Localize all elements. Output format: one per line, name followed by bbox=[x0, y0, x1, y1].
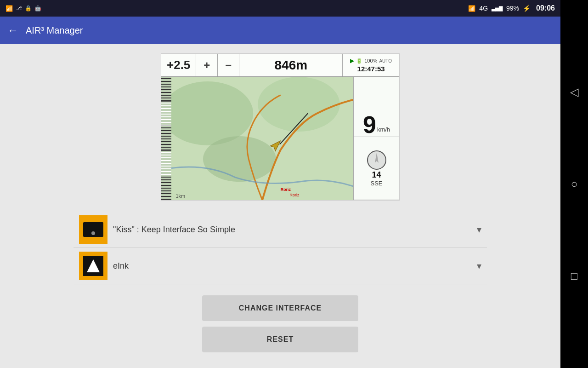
wifi-icon: 📶 bbox=[6, 5, 13, 12]
options-container: "Kiss" : Keep Interface So Simple ▾ eInk… bbox=[74, 212, 487, 284]
nav-bar: ◁ ○ □ bbox=[560, 0, 588, 368]
map-header: +2.5 + − 846m ▶ 🔋 100% AUTO 12:47:53 bbox=[161, 54, 399, 77]
eink-chevron-icon: ▾ bbox=[477, 260, 481, 271]
android-icon: 🤖 bbox=[34, 5, 41, 12]
map-right-panel: 9 km/h 14 SSE bbox=[353, 77, 399, 200]
back-button[interactable]: ← bbox=[7, 24, 18, 37]
map-status-icons: ▶ 🔋 100% AUTO bbox=[350, 58, 392, 64]
scale-bar bbox=[161, 77, 171, 200]
lock-icon: 🔒 bbox=[25, 5, 32, 12]
system-back-icon[interactable]: ◁ bbox=[570, 86, 578, 98]
app-bar: ← AIR³ Manager bbox=[0, 17, 560, 44]
compass-degrees: 14 bbox=[372, 170, 381, 180]
svg-text:Roriz: Roriz bbox=[281, 187, 291, 192]
content-area: +2.5 + − 846m ▶ 🔋 100% AUTO 12:47:53 bbox=[0, 44, 560, 368]
option-kiss[interactable]: "Kiss" : Keep Interface So Simple ▾ bbox=[74, 212, 487, 248]
play-icon: ▶ bbox=[350, 58, 354, 64]
screen-icon bbox=[83, 222, 103, 237]
app-title: AIR³ Manager bbox=[26, 25, 83, 36]
map-status-section: ▶ 🔋 100% AUTO 12:47:53 bbox=[342, 54, 399, 76]
svg-text:1km: 1km bbox=[175, 193, 185, 199]
eink-icon-box bbox=[79, 252, 107, 280]
kiss-icon-box bbox=[79, 215, 107, 244]
nav-triangle-icon bbox=[87, 259, 100, 272]
compass-svg bbox=[367, 150, 387, 170]
reset-button[interactable]: RESET bbox=[202, 327, 358, 352]
wifi-strength-icon: 📶 bbox=[468, 5, 475, 12]
nav-icon bbox=[83, 256, 103, 276]
battery-map-icon: 🔋 bbox=[356, 58, 362, 64]
zoom-in-button[interactable]: + bbox=[196, 54, 218, 76]
svg-point-3 bbox=[203, 136, 276, 182]
status-bar: 📶 ⎇ 🔒 🤖 📶 4G ▃▅▇ 99% ⚡ 09:06 bbox=[0, 0, 560, 17]
eink-label: eInk bbox=[113, 261, 471, 271]
signal-bars-icon: ▃▅▇ bbox=[492, 6, 503, 12]
system-recents-icon[interactable]: □ bbox=[571, 270, 578, 282]
auto-label: AUTO bbox=[379, 58, 392, 63]
change-interface-button[interactable]: CHANGE INTERFACE bbox=[202, 295, 358, 321]
distance-value: 846m bbox=[274, 58, 307, 73]
screen-button-icon bbox=[91, 231, 95, 235]
altitude-value: +2.5 bbox=[167, 58, 190, 72]
speed-box: 9 km/h bbox=[354, 77, 399, 137]
network-type: 4G bbox=[479, 5, 488, 12]
map-terrain: 1km Roriz Roriz bbox=[171, 77, 353, 200]
option-eink[interactable]: eInk ▾ bbox=[74, 248, 487, 284]
battery-map-pct: 100% bbox=[364, 58, 377, 63]
compass-direction: SSE bbox=[370, 180, 382, 187]
compass-box: 14 SSE bbox=[354, 137, 399, 200]
map-time: 12:47:53 bbox=[357, 65, 385, 73]
distance-section: 846m bbox=[239, 54, 342, 76]
zoom-out-button[interactable]: − bbox=[218, 54, 239, 76]
status-icons: 📶 ⎇ 🔒 🤖 bbox=[6, 5, 41, 12]
usb-icon: ⎇ bbox=[16, 5, 22, 12]
system-home-icon[interactable]: ○ bbox=[571, 178, 578, 190]
speed-value: 9 bbox=[363, 113, 376, 137]
speed-unit: km/h bbox=[377, 126, 390, 133]
kiss-chevron-icon: ▾ bbox=[477, 224, 481, 235]
map-preview: +2.5 + − 846m ▶ 🔋 100% AUTO 12:47:53 bbox=[161, 53, 400, 201]
svg-text:Roriz: Roriz bbox=[290, 193, 300, 197]
buttons-container: CHANGE INTERFACE RESET bbox=[74, 295, 487, 352]
clock: 09:06 bbox=[536, 4, 555, 12]
kiss-label: "Kiss" : Keep Interface So Simple bbox=[113, 225, 471, 235]
battery-level: 99% bbox=[506, 5, 519, 12]
altitude-section: +2.5 bbox=[161, 54, 196, 76]
battery-icon: ⚡ bbox=[523, 5, 531, 12]
